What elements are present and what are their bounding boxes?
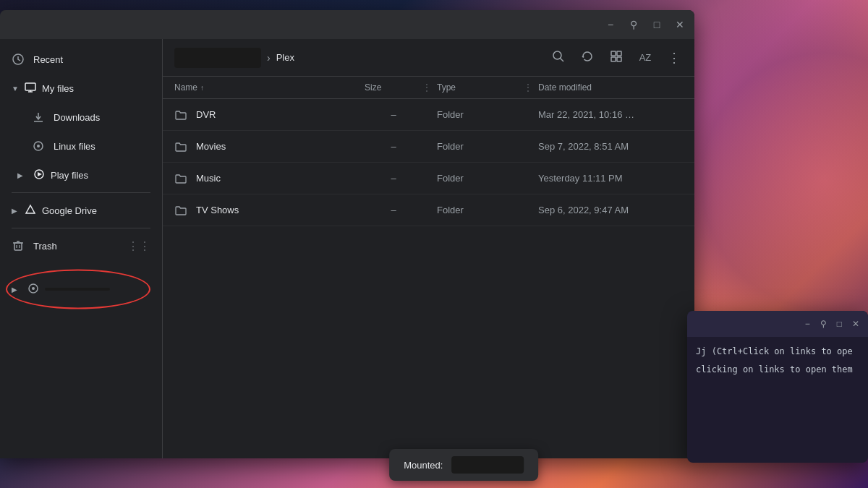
sidebar-item-trash[interactable]: Trash ⋮⋮ (0, 231, 162, 260)
mounted-value (451, 456, 524, 474)
refresh-button[interactable] (579, 50, 596, 66)
sidebar-spacer (0, 260, 162, 275)
terminal-close-btn[interactable]: ✕ (852, 319, 859, 329)
file-date-3: Sep 6, 2022, 9:47 AM (538, 205, 683, 215)
title-bar: − ⚲ □ ✕ (0, 10, 694, 39)
breadcrumb-home[interactable] (174, 48, 261, 68)
svg-rect-11 (14, 243, 22, 250)
my-files-label: My files (42, 83, 74, 94)
file-name-2: Music (174, 172, 365, 185)
file-size-3: – (365, 205, 422, 215)
play-files-label: Play files (51, 170, 88, 181)
trash-icon (12, 239, 25, 252)
file-manager-window: − ⚲ □ ✕ Recent ▼ (0, 10, 694, 458)
play-files-chevron: ▶ (17, 171, 25, 179)
col-header-size[interactable]: Size (365, 82, 422, 93)
svg-marker-9 (38, 172, 42, 176)
my-files-chevron: ▼ (12, 85, 19, 93)
search-button[interactable] (550, 50, 567, 66)
computer-icon (25, 82, 36, 95)
svg-rect-22 (611, 57, 616, 61)
smb-label (45, 288, 110, 291)
file-date-0: Mar 22, 2021, 10:16 … (538, 109, 683, 120)
drive-icon (25, 204, 36, 218)
terminal-window: − ⚲ □ ✕ Jj (Ctrl+Click on links to ope c… (687, 311, 868, 463)
svg-point-17 (32, 287, 35, 290)
sidebar-item-downloads[interactable]: Downloads (0, 103, 162, 132)
sort-asc-icon: ↑ (200, 84, 204, 92)
file-size-2: – (365, 173, 422, 184)
file-type-3: Folder (437, 205, 524, 215)
drag-handle-icon: ⋮⋮ (127, 239, 150, 253)
sidebar-item-linux-files[interactable]: Linux files (0, 132, 162, 160)
terminal-title-bar: − ⚲ □ ✕ (687, 311, 868, 337)
breadcrumb-current: Plex (276, 52, 294, 63)
col-header-type[interactable]: Type (437, 82, 524, 93)
terminal-line-2: clicking on links to open them (696, 364, 859, 376)
col-header-name[interactable]: Name ↑ (174, 82, 365, 93)
sort-button[interactable]: AZ (637, 52, 654, 63)
toolbar-actions: AZ ⋮ (550, 50, 683, 66)
sidebar-divider-1 (12, 192, 150, 193)
file-name-0: DVR (174, 108, 365, 121)
linux-files-label: Linux files (54, 141, 95, 152)
col-header-size-drag: ⋮ (422, 82, 437, 93)
google-drive-chevron: ▶ (12, 207, 19, 215)
breadcrumb: › Plex (174, 48, 541, 68)
grid-view-button[interactable] (608, 50, 625, 66)
mounted-toast: Mounted: (389, 449, 538, 481)
terminal-line-1: Jj (Ctrl+Click on links to ope (696, 346, 859, 358)
play-icon (33, 168, 45, 182)
file-area: › Plex (163, 39, 694, 458)
file-type-2: Folder (437, 173, 524, 184)
sidebar: Recent ▼ My files (0, 39, 163, 458)
file-size-1: – (365, 141, 422, 152)
file-row[interactable]: DVR – Folder Mar 22, 2021, 10:16 … (163, 99, 694, 131)
terminal-maximize-btn[interactable]: □ (837, 319, 842, 329)
sidebar-item-smb[interactable]: ▶ (0, 275, 162, 304)
file-date-2: Yesterday 11:11 PM (538, 173, 683, 184)
smb-chevron: ▶ (12, 286, 19, 294)
svg-point-7 (37, 145, 40, 147)
clock-icon (12, 53, 25, 66)
sidebar-item-google-drive[interactable]: ▶ Google Drive (0, 196, 162, 225)
col-header-date[interactable]: Date modified (538, 82, 683, 93)
terminal-pin-btn[interactable]: ⚲ (820, 319, 827, 329)
svg-line-19 (561, 58, 564, 61)
svg-marker-10 (26, 205, 35, 213)
main-content: Recent ▼ My files (0, 39, 694, 458)
terminal-minimize-btn[interactable]: − (805, 319, 810, 329)
title-bar-controls: − ⚲ □ ✕ (605, 19, 686, 30)
sidebar-item-recent[interactable]: Recent (0, 45, 162, 74)
mounted-label: Mounted: (404, 460, 443, 471)
svg-point-18 (553, 51, 561, 59)
file-date-1: Sep 7, 2022, 8:51 AM (538, 141, 683, 152)
download-icon (32, 111, 45, 124)
sidebar-item-play-files[interactable]: ▶ Play files (0, 160, 162, 189)
breadcrumb-separator: › (267, 52, 271, 64)
file-list: DVR – Folder Mar 22, 2021, 10:16 … Movie… (163, 99, 694, 458)
linux-icon (32, 140, 45, 153)
file-type-0: Folder (437, 109, 524, 120)
toolbar: › Plex (163, 39, 694, 77)
maximize-button[interactable]: □ (651, 19, 663, 30)
file-row[interactable]: TV Shows – Folder Sep 6, 2022, 9:47 AM (163, 194, 694, 226)
file-row[interactable]: Movies – Folder Sep 7, 2022, 8:51 AM (163, 131, 694, 163)
svg-rect-23 (617, 57, 621, 61)
svg-rect-20 (611, 51, 616, 56)
recent-label: Recent (33, 54, 150, 65)
column-headers: Name ↑ Size ⋮ Type ⋮ Date modified (163, 77, 694, 99)
svg-rect-21 (617, 51, 621, 56)
file-name-3: TV Shows (174, 204, 365, 217)
more-options-button[interactable]: ⋮ (665, 50, 683, 66)
google-drive-label: Google Drive (42, 205, 97, 216)
pin-button[interactable]: ⚲ (628, 19, 639, 30)
file-name-1: Movies (174, 140, 365, 153)
minimize-button[interactable]: − (605, 19, 616, 30)
close-button[interactable]: ✕ (674, 19, 686, 30)
downloads-label: Downloads (54, 112, 100, 123)
smb-icon (27, 283, 39, 296)
file-row[interactable]: Music – Folder Yesterday 11:11 PM (163, 163, 694, 194)
file-size-0: – (365, 109, 422, 120)
sidebar-item-my-files[interactable]: ▼ My files (0, 74, 162, 103)
